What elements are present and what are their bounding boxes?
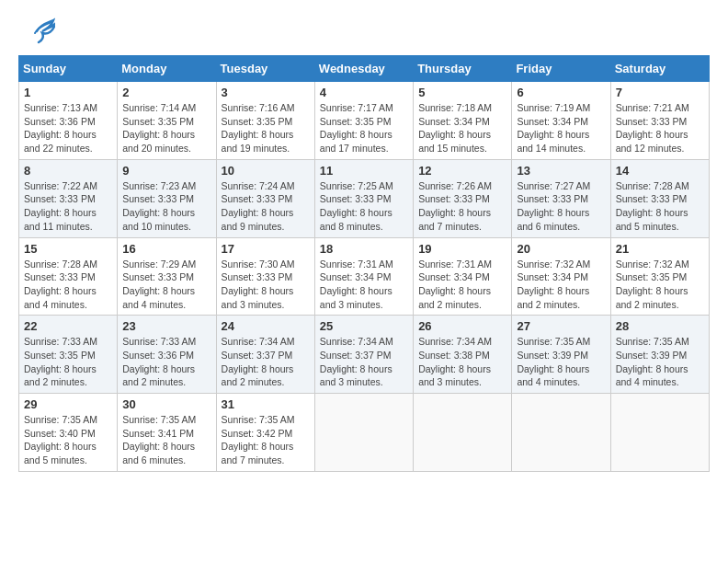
sunset-label: Sunset: 3:33 PM <box>418 193 490 204</box>
daylight-label: Daylight: 8 hours and 8 minutes. <box>320 207 392 232</box>
header-friday: Friday <box>512 56 610 82</box>
day-info: Sunrise: 7:14 AM Sunset: 3:35 PM Dayligh… <box>122 101 210 155</box>
day-number: 25 <box>320 319 408 333</box>
sunset-label: Sunset: 3:35 PM <box>320 116 392 127</box>
calendar-week-1: 1 Sunrise: 7:13 AM Sunset: 3:36 PM Dayli… <box>19 82 710 160</box>
sunrise-label: Sunrise: 7:17 AM <box>320 102 393 113</box>
sunset-label: Sunset: 3:33 PM <box>616 116 688 127</box>
header-monday: Monday <box>118 56 216 82</box>
calendar-cell: 30 Sunrise: 7:35 AM Sunset: 3:41 PM Dayl… <box>118 394 216 472</box>
day-number: 14 <box>616 164 704 178</box>
day-info: Sunrise: 7:17 AM Sunset: 3:35 PM Dayligh… <box>320 101 408 155</box>
sunrise-label: Sunrise: 7:24 AM <box>222 180 295 191</box>
sunrise-label: Sunrise: 7:21 AM <box>616 102 689 113</box>
daylight-label: Daylight: 8 hours and 3 minutes. <box>222 285 294 310</box>
calendar-cell: 8 Sunrise: 7:22 AM Sunset: 3:33 PM Dayli… <box>19 159 118 237</box>
calendar-cell: 4 Sunrise: 7:17 AM Sunset: 3:35 PM Dayli… <box>314 82 413 160</box>
calendar-cell: 5 Sunrise: 7:18 AM Sunset: 3:34 PM Dayli… <box>414 82 512 160</box>
day-info: Sunrise: 7:34 AM Sunset: 3:37 PM Dayligh… <box>222 335 310 389</box>
daylight-label: Daylight: 8 hours and 17 minutes. <box>320 129 392 154</box>
daylight-label: Daylight: 8 hours and 5 minutes. <box>616 207 688 232</box>
sunset-label: Sunset: 3:33 PM <box>222 193 293 204</box>
daylight-label: Daylight: 8 hours and 2 minutes. <box>418 285 491 310</box>
day-info: Sunrise: 7:27 AM Sunset: 3:33 PM Dayligh… <box>517 179 605 234</box>
day-number: 3 <box>222 86 310 99</box>
day-info: Sunrise: 7:31 AM Sunset: 3:34 PM Dayligh… <box>320 258 408 312</box>
day-info: Sunrise: 7:32 AM Sunset: 3:35 PM Dayligh… <box>616 258 704 312</box>
day-number: 28 <box>616 319 704 333</box>
day-number: 30 <box>122 397 210 411</box>
daylight-label: Daylight: 8 hours and 9 minutes. <box>222 207 294 232</box>
daylight-label: Daylight: 8 hours and 7 minutes. <box>418 207 491 232</box>
calendar-cell: 18 Sunrise: 7:31 AM Sunset: 3:34 PM Dayl… <box>314 237 413 316</box>
day-info: Sunrise: 7:13 AM Sunset: 3:36 PM Dayligh… <box>24 101 112 155</box>
sunset-label: Sunset: 3:33 PM <box>517 193 588 204</box>
logo <box>18 15 55 48</box>
sunrise-label: Sunrise: 7:13 AM <box>24 102 97 113</box>
day-info: Sunrise: 7:30 AM Sunset: 3:33 PM Dayligh… <box>222 258 310 312</box>
day-info: Sunrise: 7:19 AM Sunset: 3:34 PM Dayligh… <box>517 101 605 155</box>
daylight-label: Daylight: 8 hours and 6 minutes. <box>517 207 589 232</box>
day-number: 26 <box>418 319 506 333</box>
daylight-label: Daylight: 8 hours and 2 minutes. <box>222 363 294 388</box>
day-number: 24 <box>222 319 310 333</box>
sunset-label: Sunset: 3:33 PM <box>24 193 96 204</box>
sunrise-label: Sunrise: 7:14 AM <box>122 102 196 113</box>
day-number: 20 <box>517 242 605 256</box>
day-info: Sunrise: 7:33 AM Sunset: 3:35 PM Dayligh… <box>24 335 112 389</box>
sunrise-label: Sunrise: 7:31 AM <box>320 259 393 270</box>
day-number: 27 <box>517 319 605 333</box>
sunset-label: Sunset: 3:36 PM <box>122 350 194 361</box>
calendar-week-4: 22 Sunrise: 7:33 AM Sunset: 3:35 PM Dayl… <box>19 316 710 394</box>
daylight-label: Daylight: 8 hours and 4 minutes. <box>616 363 688 388</box>
calendar-cell: 3 Sunrise: 7:16 AM Sunset: 3:35 PM Dayli… <box>216 82 314 160</box>
daylight-label: Daylight: 8 hours and 3 minutes. <box>320 363 392 388</box>
sunset-label: Sunset: 3:33 PM <box>24 271 96 282</box>
calendar-cell: 15 Sunrise: 7:28 AM Sunset: 3:33 PM Dayl… <box>19 237 118 316</box>
daylight-label: Daylight: 8 hours and 20 minutes. <box>122 129 195 154</box>
calendar-cell: 23 Sunrise: 7:33 AM Sunset: 3:36 PM Dayl… <box>118 316 216 394</box>
day-info: Sunrise: 7:31 AM Sunset: 3:34 PM Dayligh… <box>418 258 506 312</box>
sunrise-label: Sunrise: 7:35 AM <box>517 336 590 347</box>
calendar-cell: 24 Sunrise: 7:34 AM Sunset: 3:37 PM Dayl… <box>216 316 314 394</box>
sunrise-label: Sunrise: 7:35 AM <box>222 414 295 425</box>
calendar-cell: 31 Sunrise: 7:35 AM Sunset: 3:42 PM Dayl… <box>216 394 314 472</box>
day-number: 17 <box>222 242 310 256</box>
calendar-cell <box>414 394 512 472</box>
calendar-cell: 27 Sunrise: 7:35 AM Sunset: 3:39 PM Dayl… <box>512 316 610 394</box>
sunrise-label: Sunrise: 7:28 AM <box>24 259 97 270</box>
sunrise-label: Sunrise: 7:32 AM <box>616 259 689 270</box>
calendar-cell: 19 Sunrise: 7:31 AM Sunset: 3:34 PM Dayl… <box>414 237 512 316</box>
daylight-label: Daylight: 8 hours and 12 minutes. <box>616 129 688 154</box>
daylight-label: Daylight: 8 hours and 14 minutes. <box>517 129 589 154</box>
header-tuesday: Tuesday <box>216 56 314 82</box>
sunrise-label: Sunrise: 7:29 AM <box>122 259 196 270</box>
sunrise-label: Sunrise: 7:32 AM <box>517 259 590 270</box>
sunset-label: Sunset: 3:33 PM <box>222 271 293 282</box>
day-info: Sunrise: 7:35 AM Sunset: 3:42 PM Dayligh… <box>222 413 310 467</box>
sunset-label: Sunset: 3:33 PM <box>616 193 688 204</box>
calendar-cell: 12 Sunrise: 7:26 AM Sunset: 3:33 PM Dayl… <box>414 159 512 237</box>
sunset-label: Sunset: 3:39 PM <box>517 350 588 361</box>
sunset-label: Sunset: 3:35 PM <box>24 350 96 361</box>
sunset-label: Sunset: 3:37 PM <box>320 350 392 361</box>
daylight-label: Daylight: 8 hours and 15 minutes. <box>418 129 491 154</box>
calendar-table: SundayMondayTuesdayWednesdayThursdayFrid… <box>18 55 710 472</box>
sunrise-label: Sunrise: 7:31 AM <box>418 259 492 270</box>
day-number: 8 <box>24 164 112 178</box>
sunrise-label: Sunrise: 7:34 AM <box>222 336 295 347</box>
sunset-label: Sunset: 3:41 PM <box>122 428 194 439</box>
daylight-label: Daylight: 8 hours and 4 minutes. <box>517 363 589 388</box>
day-info: Sunrise: 7:24 AM Sunset: 3:33 PM Dayligh… <box>222 179 310 234</box>
sunrise-label: Sunrise: 7:27 AM <box>517 180 590 191</box>
sunrise-label: Sunrise: 7:19 AM <box>517 102 590 113</box>
sunrise-label: Sunrise: 7:26 AM <box>418 180 492 191</box>
day-info: Sunrise: 7:34 AM Sunset: 3:38 PM Dayligh… <box>418 335 506 389</box>
day-info: Sunrise: 7:35 AM Sunset: 3:40 PM Dayligh… <box>24 413 112 467</box>
day-info: Sunrise: 7:22 AM Sunset: 3:33 PM Dayligh… <box>24 179 112 234</box>
day-number: 18 <box>320 242 408 256</box>
sunset-label: Sunset: 3:35 PM <box>222 116 293 127</box>
sunset-label: Sunset: 3:39 PM <box>616 350 688 361</box>
sunset-label: Sunset: 3:33 PM <box>122 193 194 204</box>
daylight-label: Daylight: 8 hours and 3 minutes. <box>320 285 392 310</box>
